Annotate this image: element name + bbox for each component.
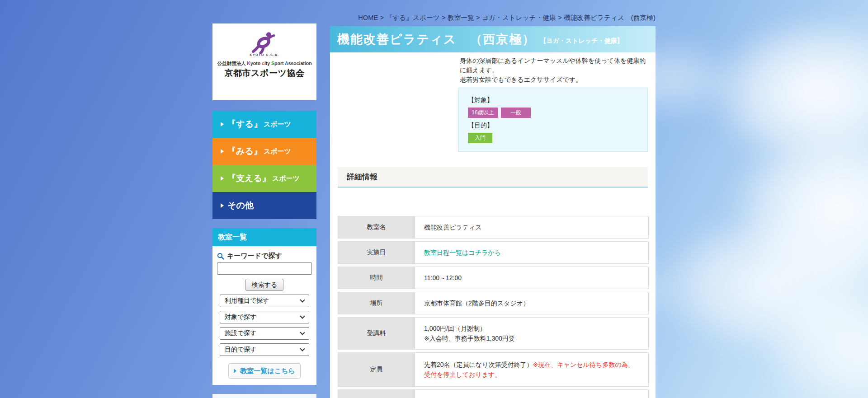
class-search-panel: 教室一覧 キーワードで探す 検索する 利用種目で探す 対象で探す 施設で探す xyxy=(212,228,316,385)
class-name-value: 機能改善ピラティス xyxy=(424,222,639,232)
content-panel: 身体の深層部にあるインナーマッスルや体幹を使って体を健康的に鍛えます。 老若男女… xyxy=(330,52,656,398)
nav-label: スポーツ xyxy=(264,120,291,129)
row-label: 受講料 xyxy=(338,318,415,349)
filter-selected-value: 施設で探す xyxy=(225,329,257,337)
filter-select-facility[interactable]: 施設で探す xyxy=(220,327,309,340)
row-value: 教室日程一覧はコチラから xyxy=(415,242,648,263)
nav-item-support-sports[interactable]: 『支える』 スポーツ xyxy=(212,165,316,192)
table-row-place: 場所 京都市体育館（2階多目的スタジオ） xyxy=(338,292,649,314)
time-value: 11:00～12:00 xyxy=(424,273,639,283)
badge-beginner: 入門 xyxy=(468,133,492,143)
purpose-badges: 入門 xyxy=(468,133,638,143)
row-value: 機能改善ピラティス xyxy=(415,216,648,238)
page-category: 【ヨガ・ストレッチ・健康】 xyxy=(540,37,623,45)
row-value: 1,000円/回（月謝制） ※入会時、事務手数料1,300円要 xyxy=(415,318,648,349)
row-label: 実施日 xyxy=(338,242,415,263)
main-content: 機能改善ピラティス （西京極） 【ヨガ・ストレッチ・健康】 身体の深層部にあるイ… xyxy=(330,26,656,398)
cloud xyxy=(656,217,868,352)
site-logo[interactable]: KYOTO C.S.A. 公益財団法人 Kyoto city Sport Ass… xyxy=(212,23,316,100)
filter-selected-value: 対象で探す xyxy=(225,313,257,321)
filter-select-purpose[interactable]: 目的で探す xyxy=(220,343,309,356)
description-line: 身体の深層部にあるインナーマッスルや体幹を使って体を健康的に鍛えます。 xyxy=(460,56,648,75)
detail-section-title: 詳細情報 xyxy=(338,167,648,188)
chevron-down-icon xyxy=(300,314,305,318)
nav-label: 『支える』 xyxy=(227,173,271,184)
contact-section-title: 各お問い合わせ先 xyxy=(212,394,316,398)
arrow-right-icon xyxy=(234,369,236,373)
detail-table: 教室名 機能改善ピラティス 実施日 教室日程一覧はコチラから 時間 11:00～… xyxy=(338,216,649,398)
sidebar: KYOTO C.S.A. 公益財団法人 Kyoto city Sport Ass… xyxy=(212,23,316,398)
class-list-button[interactable]: 教室一覧はこちら xyxy=(228,363,301,379)
class-search-title: 教室一覧 xyxy=(212,228,316,246)
nav-label: その他 xyxy=(227,200,254,211)
cloud xyxy=(732,126,868,289)
row-label: 対象 xyxy=(338,390,415,398)
target-badges: 16歳以上 一般 xyxy=(468,108,638,118)
nav-item-do-sports[interactable]: 『する』 スポーツ xyxy=(212,111,316,138)
row-value: 先着20名（定員になり次第受付終了）※現在、キャンセル待ち多数の為、受付を停止し… xyxy=(415,353,648,386)
row-label: 教室名 xyxy=(338,216,415,238)
badge-age: 16歳以上 xyxy=(468,108,498,118)
row-value: 11:00～12:00 xyxy=(415,267,648,289)
row-label: 場所 xyxy=(338,292,415,314)
table-row-time: 時間 11:00～12:00 xyxy=(338,267,649,289)
cloud xyxy=(710,18,868,167)
target-label: 【対象】 xyxy=(468,96,638,104)
keyword-label-row: キーワードで探す xyxy=(217,252,312,260)
nav-label: 『みる』 xyxy=(227,145,262,157)
table-row-fee: 受講料 1,000円/回（月謝制） ※入会時、事務手数料1,300円要 xyxy=(338,317,649,350)
class-list-button-label: 教室一覧はこちら xyxy=(240,367,295,375)
nav-item-watch-sports[interactable]: 『みる』 スポーツ xyxy=(212,138,316,165)
arrow-right-icon xyxy=(221,122,224,126)
nav-label: 『する』 xyxy=(227,118,262,130)
page-title: 機能改善ピラティス （西京極） xyxy=(337,31,535,47)
filter-selected-value: 目的で探す xyxy=(225,346,257,354)
class-description: 身体の深層部にあるインナーマッスルや体幹を使って体を健康的に鍛えます。 老若男女… xyxy=(460,56,648,84)
keyword-label: キーワードで探す xyxy=(227,252,282,260)
schedule-link[interactable]: 教室日程一覧はコチラから xyxy=(424,249,501,256)
row-label: 時間 xyxy=(338,267,415,289)
row-value: 一般 xyxy=(415,390,648,398)
logo-org-line: 公益財団法人 Kyoto city Sport Association xyxy=(217,61,311,67)
main-nav: 『する』 スポーツ 『みる』 スポーツ 『支える』 スポーツ その他 xyxy=(212,111,316,219)
place-value: 京都市体育館（2階多目的スタジオ） xyxy=(424,298,639,308)
badge-general: 一般 xyxy=(501,108,531,118)
row-label: 定員 xyxy=(338,353,415,386)
nav-item-other[interactable]: その他 xyxy=(212,192,316,219)
search-icon xyxy=(217,253,224,260)
nav-label: スポーツ xyxy=(264,147,291,156)
purpose-label: 【目的】 xyxy=(468,122,638,130)
chevron-down-icon xyxy=(300,330,305,335)
class-search-body: キーワードで探す 検索する 利用種目で探す 対象で探す 施設で探す 目的で探す xyxy=(212,246,316,379)
page-title-bar: 機能改善ピラティス （西京極） 【ヨガ・ストレッチ・健康】 xyxy=(330,26,656,52)
description-line: 老若男女誰でもできるエクササイズです。 xyxy=(460,75,648,84)
row-value: 京都市体育館（2階多目的スタジオ） xyxy=(415,292,648,314)
filter-select-target[interactable]: 対象で探す xyxy=(220,311,309,323)
table-row-schedule: 実施日 教室日程一覧はコチラから xyxy=(338,241,649,264)
keyword-input[interactable] xyxy=(217,262,312,275)
fee-value: 1,000円/回（月謝制） xyxy=(424,323,639,333)
chevron-down-icon xyxy=(300,346,305,351)
runner-logo-icon xyxy=(248,32,281,54)
nav-label: スポーツ xyxy=(272,174,300,183)
logo-caption: KYOTO C.S.A. xyxy=(250,53,279,56)
capacity-value: 先着20名（定員になり次第受付終了） xyxy=(424,361,533,368)
arrow-right-icon xyxy=(221,176,224,181)
filter-selected-value: 利用種目で探す xyxy=(225,297,269,305)
tag-box: 【対象】 16歳以上 一般 【目的】 入門 xyxy=(458,88,648,152)
arrow-right-icon xyxy=(221,149,224,154)
table-row-capacity: 定員 先着20名（定員になり次第受付終了）※現在、キャンセル待ち多数の為、受付を… xyxy=(338,352,649,387)
arrow-right-icon xyxy=(221,203,224,208)
cloud xyxy=(764,289,868,398)
fee-note: ※入会時、事務手数料1,300円要 xyxy=(424,333,639,343)
breadcrumb[interactable]: HOME > 『する』スポーツ > 教室一覧 > ヨガ・ストレッチ・健康 > 機… xyxy=(212,14,656,22)
chevron-down-icon xyxy=(300,297,305,302)
logo-org-name: 京都市スポーツ協会 xyxy=(225,67,305,79)
search-button[interactable]: 検索する xyxy=(245,279,283,291)
filter-select-category[interactable]: 利用種目で探す xyxy=(220,295,309,307)
table-row-target: 対象 一般 xyxy=(338,389,649,398)
table-row-class-name: 教室名 機能改善ピラティス xyxy=(338,216,649,239)
